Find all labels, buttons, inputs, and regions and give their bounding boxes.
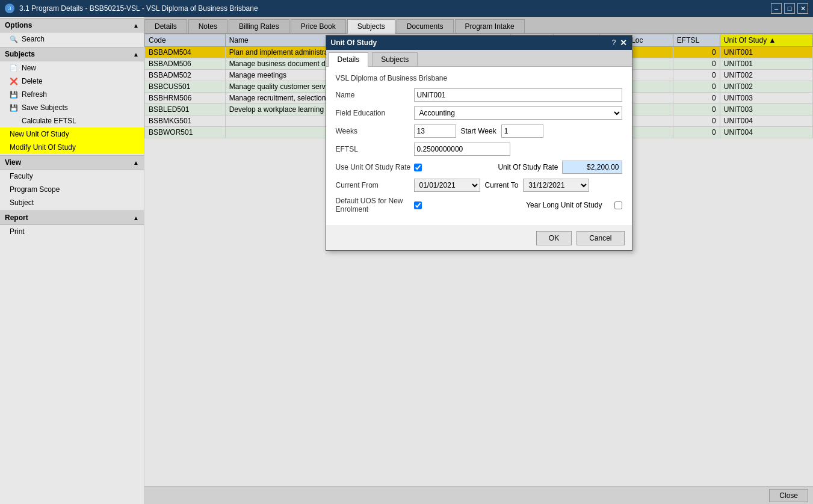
rate-row: Use Unit Of Study Rate Unit Of Study Rat…: [336, 161, 622, 174]
new-icon: 📄: [10, 64, 18, 72]
window-controls: – □ ✕: [771, 3, 808, 14]
modal-subtitle: VSL Diploma of Business Brisbane: [336, 74, 622, 82]
name-input[interactable]: [414, 88, 622, 102]
weeks-row: Weeks Start Week: [336, 124, 622, 138]
cancel-button[interactable]: Cancel: [577, 231, 624, 245]
unit-of-study-modal: Unit Of Study ? ✕ Details Subjects VSL D…: [326, 35, 632, 251]
modal-tab-subjects[interactable]: Subjects: [372, 52, 418, 66]
subject-label: Subject: [10, 198, 34, 207]
modal-title: Unit Of Study: [331, 38, 377, 47]
checkbox-row: Default UOS for New Enrolment Year Long …: [336, 197, 622, 214]
delete-label: Delete: [22, 77, 43, 85]
sidebar-item-print[interactable]: Print: [0, 225, 144, 238]
sidebar-item-faculty[interactable]: Faculty: [0, 170, 144, 183]
current-from-control: 01/01/2021 Current To 31/12/2021: [414, 179, 622, 192]
save-subjects-label: Save Subjects: [22, 103, 68, 112]
view-arrow-icon: ▲: [133, 159, 139, 166]
options-arrow-icon: ▲: [133, 22, 139, 29]
field-education-select[interactable]: Accounting Business Management Marketing…: [414, 106, 622, 120]
sidebar-item-subject[interactable]: Subject: [0, 196, 144, 209]
sidebar-item-search[interactable]: 🔍 Search: [0, 32, 144, 46]
modify-unit-of-study-label: Modify Unit Of Study: [10, 143, 76, 152]
subjects-section-header: Subjects ▲: [0, 47, 144, 61]
sidebar: Options ▲ 🔍 Search Subjects ▲ 📄 New ❌ De…: [0, 17, 144, 504]
minimize-button[interactable]: –: [771, 3, 782, 14]
name-label: Name: [336, 91, 414, 99]
weeks-label: Weeks: [336, 127, 414, 135]
modal-tab-bar: Details Subjects: [326, 50, 632, 67]
report-section-header: Report ▲: [0, 211, 144, 225]
calculate-icon: [10, 117, 18, 125]
refresh-icon: 💾: [10, 90, 18, 99]
sidebar-item-new[interactable]: 📄 New: [0, 61, 144, 75]
modal-close-button[interactable]: ✕: [620, 38, 627, 48]
sidebar-item-program-scope[interactable]: Program Scope: [0, 183, 144, 196]
unit-rate-input[interactable]: [562, 161, 622, 174]
field-education-control: Accounting Business Management Marketing…: [414, 106, 622, 120]
eftsl-control: [414, 143, 622, 156]
use-rate-label: Use Unit Of Study Rate: [336, 163, 414, 171]
field-education-row: Field Education Accounting Business Mana…: [336, 106, 622, 120]
sidebar-item-delete[interactable]: ❌ Delete: [0, 75, 144, 88]
sidebar-item-save-subjects[interactable]: 💾 Save Subjects: [0, 101, 144, 114]
default-uos-checkbox[interactable]: [414, 201, 422, 209]
sidebar-item-modify-unit-of-study[interactable]: Modify Unit Of Study: [0, 141, 144, 154]
sidebar-item-refresh[interactable]: 💾 Refresh: [0, 88, 144, 101]
modal-controls: ? ✕: [612, 38, 627, 48]
current-to-label: Current To: [485, 181, 519, 189]
year-long-checkbox[interactable]: [614, 201, 622, 209]
sidebar-item-new-unit-of-study[interactable]: New Unit Of Study: [0, 128, 144, 141]
new-label: New: [22, 64, 36, 72]
report-arrow-icon: ▲: [133, 215, 139, 221]
search-icon: 🔍: [10, 35, 18, 43]
search-label: Search: [22, 35, 45, 43]
maximize-button[interactable]: □: [784, 3, 795, 14]
weeks-input[interactable]: [414, 124, 456, 138]
field-education-label: Field Education: [336, 109, 414, 117]
subjects-arrow-icon: ▲: [133, 51, 139, 58]
eftsl-row: EFTSL: [336, 143, 622, 156]
eftsl-label: EFTSL: [336, 145, 414, 153]
modal-footer: OK Cancel: [326, 226, 632, 250]
main-layout: Options ▲ 🔍 Search Subjects ▲ 📄 New ❌ De…: [0, 17, 813, 504]
rate-control: Unit Of Study Rate: [414, 161, 622, 174]
eftsl-input[interactable]: [414, 143, 510, 156]
title-bar: 3 3.1 Program Details - BSB50215-VSL - V…: [0, 0, 813, 17]
refresh-label: Refresh: [22, 90, 47, 99]
current-from-select[interactable]: 01/01/2021: [414, 179, 480, 192]
view-section-header: View ▲: [0, 155, 144, 170]
start-week-label: Start Week: [461, 127, 496, 135]
subjects-label: Subjects: [5, 50, 35, 58]
current-to-select[interactable]: 31/12/2021: [523, 179, 589, 192]
year-long-label: Year Long Unit of Study: [526, 201, 602, 209]
name-row: Name: [336, 88, 622, 102]
modal-overlay: Unit Of Study ? ✕ Details Subjects VSL D…: [144, 17, 813, 504]
current-from-label: Current From: [336, 181, 414, 189]
new-unit-of-study-label: New Unit Of Study: [10, 130, 69, 138]
options-section-header: Options ▲: [0, 18, 144, 32]
name-control: [414, 88, 622, 102]
window-title: 3.1 Program Details - BSB50215-VSL - VSL…: [19, 4, 258, 13]
default-uos-label: Default UOS for New Enrolment: [336, 197, 414, 214]
title-bar-left: 3 3.1 Program Details - BSB50215-VSL - V…: [5, 4, 258, 13]
modal-help-button[interactable]: ?: [612, 38, 616, 47]
close-window-button[interactable]: ✕: [797, 3, 808, 14]
delete-icon: ❌: [10, 77, 18, 85]
weeks-control: Start Week: [414, 124, 622, 138]
options-label: Options: [5, 21, 32, 29]
calculate-eftsl-label: Calculate EFTSL: [22, 117, 76, 125]
sidebar-item-calculate-eftsl[interactable]: Calculate EFTSL: [0, 114, 144, 128]
ok-button[interactable]: OK: [536, 231, 572, 245]
app-icon: 3: [5, 4, 14, 13]
modal-body: VSL Diploma of Business Brisbane Name Fi…: [326, 67, 632, 226]
current-from-row: Current From 01/01/2021 Current To 31/12…: [336, 179, 622, 192]
print-label: Print: [10, 227, 25, 236]
content-area: Details Notes Billing Rates Price Book S…: [144, 17, 813, 504]
use-rate-checkbox[interactable]: [414, 164, 422, 171]
modal-tab-details[interactable]: Details: [329, 52, 369, 67]
modal-title-bar: Unit Of Study ? ✕: [326, 35, 632, 50]
program-scope-label: Program Scope: [10, 185, 60, 194]
unit-rate-label: Unit Of Study Rate: [478, 163, 562, 171]
view-label: View: [5, 158, 21, 167]
start-week-input[interactable]: [501, 124, 543, 138]
